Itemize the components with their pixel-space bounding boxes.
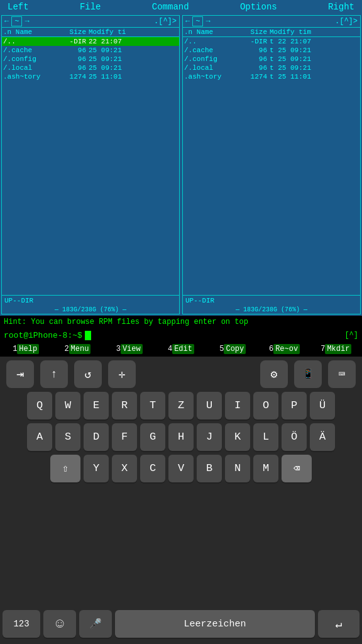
key-A[interactable]: A (27, 423, 52, 451)
file-modify: t 25 11:01 (267, 73, 359, 80)
key-E[interactable]: E (84, 392, 109, 419)
key-⌫[interactable]: ⌫ (282, 455, 312, 482)
key-label: G (150, 431, 156, 443)
fkey-num: 1 (13, 345, 17, 353)
file-size: 96 (60, 47, 86, 54)
funckey-bar: 1Help2Menu3View4Edit5Copy6Re~ov7Mkdir (0, 341, 362, 357)
key-L[interactable]: L (253, 423, 278, 451)
right-file-row[interactable]: .ash~tory 1274 t 25 11:01 (183, 72, 360, 81)
key-Ü[interactable]: Ü (310, 392, 335, 419)
key-O[interactable]: O (253, 392, 278, 419)
key-P[interactable]: P (282, 392, 307, 419)
key-V[interactable]: V (168, 455, 194, 482)
key-H[interactable]: H (168, 423, 194, 451)
rotate-button[interactable]: ↺ (74, 360, 102, 388)
fkey-edit[interactable]: 4Edit (155, 343, 207, 355)
key-I[interactable]: I (225, 392, 250, 419)
fkey-copy[interactable]: 5Copy (207, 343, 258, 355)
menu-left[interactable]: Left (3, 2, 34, 12)
fkey-menu[interactable]: 2Menu (52, 343, 103, 355)
left-file-row[interactable]: /.cache 96 25 09:21 (2, 46, 179, 55)
key-J[interactable]: J (197, 423, 222, 451)
fkey-help[interactable]: 1Help (0, 343, 52, 355)
mic-key[interactable]: 🎤 (79, 610, 112, 638)
key-S[interactable]: S (55, 423, 80, 451)
key-label: X (121, 462, 128, 474)
file-name: .ash~tory (184, 73, 241, 80)
file-size: -DIR (241, 38, 267, 45)
left-file-row[interactable]: /.config 96 25 09:21 (2, 55, 179, 64)
file-name: /.. (184, 38, 241, 45)
key-X[interactable]: X (112, 455, 137, 482)
right-arrow-right-icon: → (206, 17, 210, 26)
right-file-row[interactable]: /.config 96 t 25 09:21 (183, 55, 360, 64)
fkey-view[interactable]: 3View (104, 343, 155, 355)
key-D[interactable]: D (84, 423, 109, 451)
key-label: Y (93, 462, 99, 474)
emoji-icon: ☺ (55, 616, 63, 632)
fkey-re~ov[interactable]: 6Re~ov (258, 343, 310, 355)
tab-button[interactable]: ⇥ (6, 360, 34, 388)
key-M[interactable]: M (253, 455, 278, 482)
file-size: 96 (241, 47, 267, 54)
key-G[interactable]: G (140, 423, 165, 451)
mic-icon: 🎤 (89, 618, 102, 630)
arrows-button[interactable]: ✛ (108, 360, 136, 388)
left-file-row[interactable]: /.. -DIR 22 21:07 (2, 37, 179, 46)
key-label: O (263, 399, 269, 411)
up-button[interactable]: ↑ (40, 360, 68, 388)
key-Y[interactable]: Y (84, 455, 109, 482)
cmdline[interactable]: root@iPhone-8:~$ [^] (0, 330, 362, 341)
file-size: 1274 (241, 73, 267, 80)
key-Ä[interactable]: Ä (310, 423, 335, 451)
right-file-row[interactable]: /.local 96 t 25 09:21 (183, 64, 360, 72)
key-T[interactable]: T (140, 392, 165, 419)
right-file-row[interactable]: /.. -DIR t 22 21:07 (183, 37, 360, 46)
key-B[interactable]: B (197, 455, 222, 482)
key-U[interactable]: U (197, 392, 222, 419)
menu-right[interactable]: Right (323, 2, 359, 12)
file-name: /.config (3, 55, 60, 63)
key-F[interactable]: F (112, 423, 137, 451)
key-Z[interactable]: Z (168, 392, 194, 419)
file-name: /.cache (184, 47, 241, 54)
menubar: Left File Command Options Right (0, 0, 362, 14)
cursor-block (85, 331, 91, 340)
key-R[interactable]: R (112, 392, 137, 419)
key-⇧[interactable]: ⇧ (50, 455, 80, 482)
key-Ö[interactable]: Ö (282, 423, 307, 451)
key-K[interactable]: K (225, 423, 250, 451)
right-file-row[interactable]: /.cache 96 t 25 09:21 (183, 46, 360, 55)
menu-command[interactable]: Command (147, 2, 194, 12)
key-W[interactable]: W (55, 392, 80, 419)
num-key[interactable]: 123 (3, 610, 40, 638)
fkey-label: Copy (224, 344, 246, 354)
file-modify: 25 11:01 (86, 73, 178, 80)
return-icon: ↵ (336, 617, 343, 631)
menu-file[interactable]: File (75, 2, 106, 12)
space-key[interactable]: Leerzeichen (115, 610, 315, 638)
key-label: S (65, 431, 71, 443)
left-file-row[interactable]: .ash~tory 1274 25 11:01 (2, 72, 179, 81)
right-diskinfo: — 183G/238G (76%) — (183, 306, 360, 314)
key-label: N (234, 462, 241, 474)
key-C[interactable]: C (140, 455, 165, 482)
key-label: Z (178, 399, 184, 411)
menu-options[interactable]: Options (235, 2, 282, 12)
key-Q[interactable]: Q (27, 392, 52, 419)
file-size: -DIR (60, 38, 86, 45)
fkey-label: Re~ov (273, 344, 300, 354)
key-label: H (178, 431, 184, 443)
settings-button[interactable]: ⚙ (260, 360, 288, 388)
phone-button[interactable]: 📱 (294, 360, 322, 388)
tab-icon: ⇥ (16, 366, 24, 382)
left-file-row[interactable]: /.local 96 25 09:21 (2, 64, 179, 72)
keyboard-toggle-button[interactable]: ⌨ (328, 360, 356, 388)
file-modify: 25 09:21 (86, 55, 178, 63)
fkey-mkdir[interactable]: 7Mkdir (310, 343, 362, 355)
key-label: J (206, 431, 212, 443)
caret-bracket: [^] (344, 331, 358, 340)
key-N[interactable]: N (225, 455, 250, 482)
emoji-key[interactable]: ☺ (43, 610, 76, 638)
return-key[interactable]: ↵ (318, 610, 359, 638)
